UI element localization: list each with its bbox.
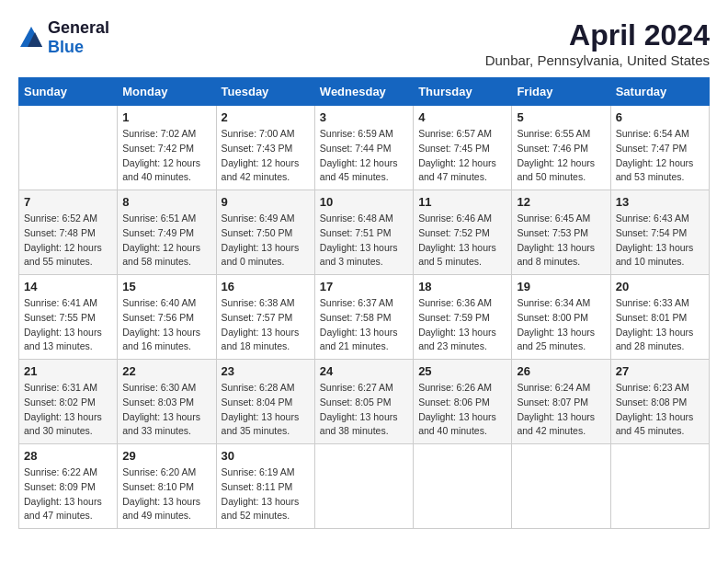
day-number: 5 bbox=[517, 110, 605, 124]
cell-info: Sunrise: 6:24 AMSunset: 8:07 PMDaylight:… bbox=[517, 381, 605, 439]
calendar-cell: 3Sunrise: 6:59 AMSunset: 7:44 PMDaylight… bbox=[314, 106, 413, 190]
header: General Blue April 2024 Dunbar, Pennsylv… bbox=[18, 18, 710, 68]
calendar-cell: 2Sunrise: 7:00 AMSunset: 7:43 PMDaylight… bbox=[216, 106, 314, 190]
cell-info: Sunrise: 6:20 AMSunset: 8:10 PMDaylight:… bbox=[122, 465, 210, 523]
day-number: 4 bbox=[418, 110, 506, 124]
calendar-cell: 4Sunrise: 6:57 AMSunset: 7:45 PMDaylight… bbox=[414, 106, 512, 190]
logo-blue: Blue bbox=[48, 38, 84, 56]
calendar-cell: 21Sunrise: 6:31 AMSunset: 8:02 PMDayligh… bbox=[19, 360, 118, 444]
calendar-cell: 13Sunrise: 6:43 AMSunset: 7:54 PMDayligh… bbox=[610, 190, 709, 275]
week-row-2: 7Sunrise: 6:52 AMSunset: 7:48 PMDaylight… bbox=[19, 190, 710, 275]
cell-info: Sunrise: 6:27 AMSunset: 8:05 PMDaylight:… bbox=[320, 381, 408, 439]
header-day-monday: Monday bbox=[118, 78, 216, 106]
calendar-cell: 12Sunrise: 6:45 AMSunset: 7:53 PMDayligh… bbox=[512, 190, 610, 275]
day-number: 12 bbox=[517, 195, 605, 209]
day-number: 16 bbox=[222, 280, 310, 293]
day-number: 1 bbox=[122, 110, 210, 124]
cell-info: Sunrise: 7:02 AMSunset: 7:42 PMDaylight:… bbox=[122, 127, 210, 185]
cell-info: Sunrise: 6:57 AMSunset: 7:45 PMDaylight:… bbox=[418, 127, 506, 185]
calendar-cell: 27Sunrise: 6:23 AMSunset: 8:08 PMDayligh… bbox=[610, 360, 709, 444]
calendar-cell: 24Sunrise: 6:27 AMSunset: 8:05 PMDayligh… bbox=[314, 360, 413, 444]
calendar-cell: 6Sunrise: 6:54 AMSunset: 7:47 PMDaylight… bbox=[610, 106, 709, 190]
header-day-saturday: Saturday bbox=[610, 78, 709, 106]
calendar-cell: 18Sunrise: 6:36 AMSunset: 7:59 PMDayligh… bbox=[414, 275, 512, 360]
logo-icon bbox=[18, 25, 44, 51]
cell-info: Sunrise: 6:40 AMSunset: 7:56 PMDaylight:… bbox=[122, 296, 210, 354]
calendar-cell: 22Sunrise: 6:30 AMSunset: 8:03 PMDayligh… bbox=[118, 360, 216, 444]
day-number: 2 bbox=[222, 110, 310, 124]
cell-info: Sunrise: 6:59 AMSunset: 7:44 PMDaylight:… bbox=[320, 127, 408, 185]
day-number: 20 bbox=[616, 280, 704, 293]
cell-info: Sunrise: 6:19 AMSunset: 8:11 PMDaylight:… bbox=[222, 465, 310, 523]
day-number: 26 bbox=[517, 364, 605, 378]
day-number: 27 bbox=[616, 364, 704, 378]
calendar-cell: 14Sunrise: 6:41 AMSunset: 7:55 PMDayligh… bbox=[19, 275, 118, 360]
day-number: 22 bbox=[122, 364, 210, 378]
calendar-cell: 16Sunrise: 6:38 AMSunset: 7:57 PMDayligh… bbox=[216, 275, 314, 360]
day-number: 17 bbox=[320, 280, 408, 293]
calendar-cell: 28Sunrise: 6:22 AMSunset: 8:09 PMDayligh… bbox=[19, 444, 118, 529]
logo-general: General bbox=[48, 18, 109, 37]
calendar-cell: 17Sunrise: 6:37 AMSunset: 7:58 PMDayligh… bbox=[314, 275, 413, 360]
cell-info: Sunrise: 6:54 AMSunset: 7:47 PMDaylight:… bbox=[616, 127, 704, 185]
calendar-cell: 23Sunrise: 6:28 AMSunset: 8:04 PMDayligh… bbox=[216, 360, 314, 444]
calendar-cell: 7Sunrise: 6:52 AMSunset: 7:48 PMDaylight… bbox=[19, 190, 118, 275]
calendar-cell: 30Sunrise: 6:19 AMSunset: 8:11 PMDayligh… bbox=[216, 444, 314, 529]
calendar-cell: 25Sunrise: 6:26 AMSunset: 8:06 PMDayligh… bbox=[414, 360, 512, 444]
day-number: 23 bbox=[222, 364, 310, 378]
cell-info: Sunrise: 6:31 AMSunset: 8:02 PMDaylight:… bbox=[24, 381, 112, 439]
calendar-cell bbox=[314, 444, 413, 529]
cell-info: Sunrise: 6:49 AMSunset: 7:50 PMDaylight:… bbox=[222, 212, 310, 270]
day-number: 24 bbox=[320, 364, 408, 378]
day-number: 15 bbox=[122, 280, 210, 293]
calendar-cell: 8Sunrise: 6:51 AMSunset: 7:49 PMDaylight… bbox=[118, 190, 216, 275]
week-row-5: 28Sunrise: 6:22 AMSunset: 8:09 PMDayligh… bbox=[19, 444, 710, 529]
cell-info: Sunrise: 6:38 AMSunset: 7:57 PMDaylight:… bbox=[222, 296, 310, 354]
day-number: 11 bbox=[418, 195, 506, 209]
calendar-cell bbox=[414, 444, 512, 529]
header-row: SundayMondayTuesdayWednesdayThursdayFrid… bbox=[19, 78, 710, 106]
header-day-sunday: Sunday bbox=[19, 78, 118, 106]
cell-info: Sunrise: 6:48 AMSunset: 7:51 PMDaylight:… bbox=[320, 212, 408, 270]
day-number: 10 bbox=[320, 195, 408, 209]
calendar-cell: 20Sunrise: 6:33 AMSunset: 8:01 PMDayligh… bbox=[610, 275, 709, 360]
cell-info: Sunrise: 6:28 AMSunset: 8:04 PMDaylight:… bbox=[222, 381, 310, 439]
calendar-cell: 19Sunrise: 6:34 AMSunset: 8:00 PMDayligh… bbox=[512, 275, 610, 360]
calendar-table: SundayMondayTuesdayWednesdayThursdayFrid… bbox=[18, 77, 710, 529]
day-number: 14 bbox=[24, 280, 112, 293]
calendar-cell: 9Sunrise: 6:49 AMSunset: 7:50 PMDaylight… bbox=[216, 190, 314, 275]
cell-info: Sunrise: 6:34 AMSunset: 8:00 PMDaylight:… bbox=[517, 296, 605, 354]
title-area: April 2024 Dunbar, Pennsylvania, United … bbox=[485, 18, 710, 68]
calendar-cell: 10Sunrise: 6:48 AMSunset: 7:51 PMDayligh… bbox=[314, 190, 413, 275]
day-number: 29 bbox=[122, 449, 210, 463]
location-title: Dunbar, Pennsylvania, United States bbox=[485, 52, 710, 68]
day-number: 6 bbox=[616, 110, 704, 124]
cell-info: Sunrise: 6:43 AMSunset: 7:54 PMDaylight:… bbox=[616, 212, 704, 270]
cell-info: Sunrise: 6:36 AMSunset: 7:59 PMDaylight:… bbox=[418, 296, 506, 354]
cell-info: Sunrise: 6:41 AMSunset: 7:55 PMDaylight:… bbox=[24, 296, 112, 354]
cell-info: Sunrise: 6:51 AMSunset: 7:49 PMDaylight:… bbox=[122, 212, 210, 270]
week-row-4: 21Sunrise: 6:31 AMSunset: 8:02 PMDayligh… bbox=[19, 360, 710, 444]
header-day-wednesday: Wednesday bbox=[314, 78, 413, 106]
calendar-cell: 15Sunrise: 6:40 AMSunset: 7:56 PMDayligh… bbox=[118, 275, 216, 360]
day-number: 18 bbox=[418, 280, 506, 293]
cell-info: Sunrise: 6:46 AMSunset: 7:52 PMDaylight:… bbox=[418, 212, 506, 270]
header-day-tuesday: Tuesday bbox=[216, 78, 314, 106]
header-day-friday: Friday bbox=[512, 78, 610, 106]
cell-info: Sunrise: 6:30 AMSunset: 8:03 PMDaylight:… bbox=[122, 381, 210, 439]
calendar-cell bbox=[512, 444, 610, 529]
week-row-1: 1Sunrise: 7:02 AMSunset: 7:42 PMDaylight… bbox=[19, 106, 710, 190]
cell-info: Sunrise: 6:23 AMSunset: 8:08 PMDaylight:… bbox=[616, 381, 704, 439]
day-number: 3 bbox=[320, 110, 408, 124]
logo: General Blue bbox=[18, 18, 109, 57]
calendar-cell: 11Sunrise: 6:46 AMSunset: 7:52 PMDayligh… bbox=[414, 190, 512, 275]
calendar-cell bbox=[610, 444, 709, 529]
calendar-cell: 5Sunrise: 6:55 AMSunset: 7:46 PMDaylight… bbox=[512, 106, 610, 190]
day-number: 19 bbox=[517, 280, 605, 293]
cell-info: Sunrise: 7:00 AMSunset: 7:43 PMDaylight:… bbox=[222, 127, 310, 185]
cell-info: Sunrise: 6:26 AMSunset: 8:06 PMDaylight:… bbox=[418, 381, 506, 439]
month-title: April 2024 bbox=[485, 18, 710, 52]
day-number: 8 bbox=[122, 195, 210, 209]
day-number: 21 bbox=[24, 364, 112, 378]
cell-info: Sunrise: 6:22 AMSunset: 8:09 PMDaylight:… bbox=[24, 465, 112, 523]
